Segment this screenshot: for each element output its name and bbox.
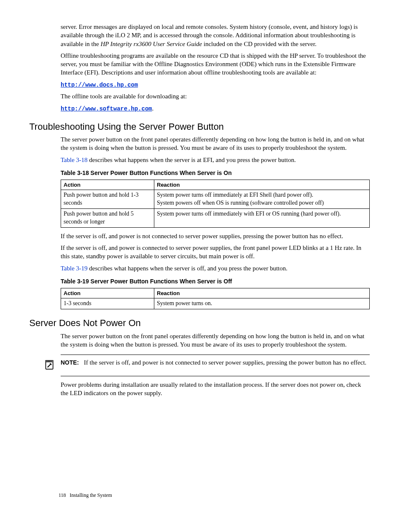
heading-troubleshooting-power-button: Troubleshooting Using the Server Power B… bbox=[29, 121, 370, 133]
section1-p4: If the server is off, and power is conne… bbox=[61, 244, 370, 261]
link-software-line: http://www.software.hp.com. bbox=[61, 104, 370, 113]
section1-p3: If the server is off, and power is not c… bbox=[61, 232, 370, 240]
table1-r0-reaction: System power turns off immediately at EF… bbox=[154, 190, 370, 209]
section1-p5: Table 3-19 describes what happens when t… bbox=[61, 264, 370, 272]
table-3-18: Action Reaction Push power button and ho… bbox=[61, 180, 370, 228]
table1-header-reaction: Reaction bbox=[154, 180, 370, 190]
intro-paragraph-1: server. Error messages are displayed on … bbox=[61, 23, 370, 48]
table-row: 1-3 seconds System power turns on. bbox=[61, 298, 370, 309]
link-docs[interactable]: http://www.docs.hp.com bbox=[61, 82, 138, 88]
note-block: NOTE:If the server is off, and power is … bbox=[61, 355, 370, 376]
section2-p2: Power problems during installation are u… bbox=[61, 380, 370, 398]
note-label: NOTE: bbox=[61, 359, 79, 366]
table-3-19: Action Reaction 1-3 seconds System power… bbox=[61, 288, 370, 309]
section1-p2-rest: describes what happens when the server i… bbox=[87, 157, 296, 163]
table-ref-3-19[interactable]: Table 3-19 bbox=[61, 265, 87, 272]
table-ref-3-18[interactable]: Table 3-18 bbox=[61, 157, 87, 163]
heading-server-does-not-power-on: Server Does Not Power On bbox=[29, 317, 370, 329]
footer-page-number: 118 bbox=[59, 492, 66, 498]
table2-r0-reaction: System power turns on. bbox=[154, 298, 370, 309]
link-software[interactable]: http://www.software.hp.com bbox=[61, 105, 152, 112]
table-row: Push power button and hold 1-3 seconds S… bbox=[61, 190, 370, 209]
table1-r1-action: Push power button and hold 5 seconds or … bbox=[61, 209, 154, 228]
table-3-19-title: Table 3-19 Server Power Button Functions… bbox=[61, 278, 370, 285]
section1-p2: Table 3-18 describes what happens when t… bbox=[61, 156, 370, 164]
table2-header-reaction: Reaction bbox=[154, 288, 370, 298]
table-3-18-title: Table 3-18 Server Power Button Functions… bbox=[61, 169, 370, 177]
footer-section: Installing the System bbox=[70, 492, 112, 498]
note-icon bbox=[44, 359, 56, 372]
link-software-suffix: . bbox=[152, 105, 153, 112]
table2-header-action: Action bbox=[61, 288, 154, 298]
note-content: NOTE:If the server is off, and power is … bbox=[61, 358, 366, 367]
note-text: If the server is off, and power is not c… bbox=[84, 359, 367, 366]
table-row: Push power button and hold 5 seconds or … bbox=[61, 209, 370, 228]
intro-paragraph-3: The offline tools are available for down… bbox=[61, 92, 370, 100]
intro-paragraph-2: Offline troubleshooting programs are ava… bbox=[61, 51, 370, 77]
intro-p1-italic: HP Integrity rx3600 User Service Guide bbox=[100, 41, 202, 47]
section1-p1: The server power button on the front pan… bbox=[61, 135, 370, 152]
page-footer: 118 Installing the System bbox=[59, 492, 112, 499]
table1-header-action: Action bbox=[61, 180, 154, 190]
table1-r1-reaction: System power turns off immediately with … bbox=[154, 209, 370, 228]
table1-r0-action: Push power button and hold 1-3 seconds bbox=[61, 190, 154, 209]
section2-p1: The server power button on the front pan… bbox=[61, 332, 370, 349]
link-docs-line: http://www.docs.hp.com bbox=[61, 80, 370, 89]
intro-p1-b: included on the CD provided with the ser… bbox=[202, 41, 317, 47]
section1-p5-rest: describes what happens when the server i… bbox=[87, 265, 287, 272]
table2-r0-action: 1-3 seconds bbox=[61, 298, 154, 309]
